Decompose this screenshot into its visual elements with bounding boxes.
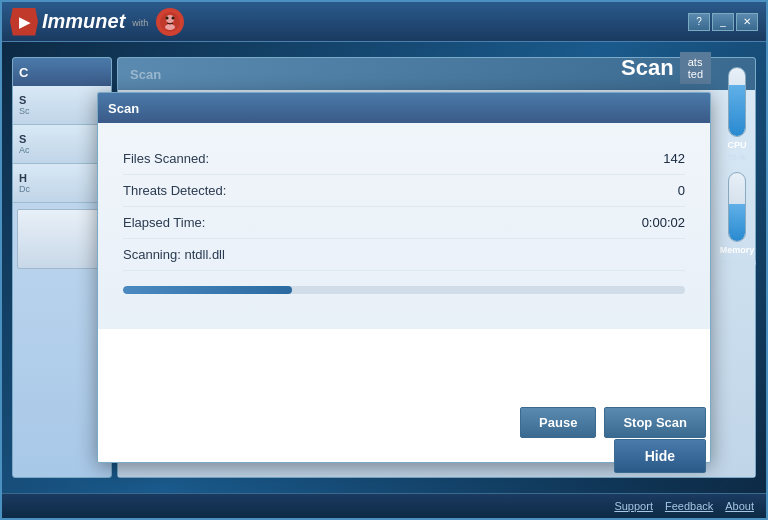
modal-body: Files Scanned: 142 Threats Detected: 0 E… [98, 123, 710, 329]
memory-gauge-tube [728, 172, 746, 242]
files-scanned-row: Files Scanned: 142 [123, 143, 685, 175]
right-panel-gauges: CPU 75 % Memory 169.41 MB [713, 57, 761, 478]
footer: Support Feedback About [2, 493, 766, 518]
pause-button[interactable]: Pause [520, 407, 596, 438]
files-scanned-value: 142 [663, 151, 685, 166]
about-link[interactable]: About [725, 500, 754, 512]
modal-title-bar: Scan [98, 93, 710, 123]
scan-header: Scan ats ted [621, 52, 711, 84]
feedback-link[interactable]: Feedback [665, 500, 713, 512]
cpu-gauge-tube [728, 67, 746, 137]
scanning-label: Scanning: ntdll.dll [123, 247, 225, 262]
logo-area: ▶ Immunet with [10, 8, 184, 36]
threats-detected-label: Threats Detected: [123, 183, 226, 198]
sidebar-header-label: C [19, 65, 28, 80]
close-button[interactable]: ✕ [736, 13, 758, 31]
threats-detected-row: Threats Detected: 0 [123, 175, 685, 207]
hide-button[interactable]: Hide [614, 439, 706, 473]
logo-name: Immunet [42, 10, 125, 33]
svg-point-4 [172, 16, 175, 19]
cpu-value: 75 % [728, 153, 746, 162]
svg-point-2 [165, 24, 175, 30]
window-controls: ? _ ✕ [688, 13, 758, 31]
elapsed-time-value: 0:00:02 [642, 215, 685, 230]
cpu-gauge: CPU 75 % [727, 67, 746, 162]
sidebar-graph [17, 209, 107, 269]
scanning-row: Scanning: ntdll.dll [123, 239, 685, 271]
help-button[interactable]: ? [688, 13, 710, 31]
minimize-button[interactable]: _ [712, 13, 734, 31]
files-scanned-label: Files Scanned: [123, 151, 209, 166]
clamav-icon [156, 8, 184, 36]
progress-bar-fill [123, 286, 292, 294]
threats-detected-value: 0 [678, 183, 685, 198]
scan-title: Scan [621, 55, 674, 81]
elapsed-time-label: Elapsed Time: [123, 215, 205, 230]
elapsed-time-row: Elapsed Time: 0:00:02 [123, 207, 685, 239]
sidebar-header: C [13, 58, 111, 86]
memory-value: 169.41 MB [718, 258, 757, 267]
cpu-label: CPU [727, 140, 746, 150]
logo-icon: ▶ [10, 8, 38, 36]
cpu-gauge-fill [729, 85, 745, 136]
logo-with-label: with [132, 18, 148, 28]
main-window: ▶ Immunet with ? _ ✕ [0, 0, 768, 520]
panel-title-bg: Scan [130, 67, 161, 82]
content-area: Scan ats ted C S Sc S Ac H Dc [2, 42, 766, 493]
title-bar: ▶ Immunet with ? _ ✕ [2, 2, 766, 42]
progress-bar-container [123, 286, 685, 294]
memory-gauge-fill [729, 204, 745, 241]
support-link[interactable]: Support [614, 500, 653, 512]
memory-gauge: Memory 169.41 MB [718, 172, 757, 267]
scan-status-panel: ats ted [680, 52, 711, 84]
modal-action-buttons: Pause Stop Scan [520, 407, 706, 438]
stop-scan-button[interactable]: Stop Scan [604, 407, 706, 438]
modal-title: Scan [108, 101, 139, 116]
svg-point-3 [166, 16, 169, 19]
memory-label: Memory [720, 245, 755, 255]
